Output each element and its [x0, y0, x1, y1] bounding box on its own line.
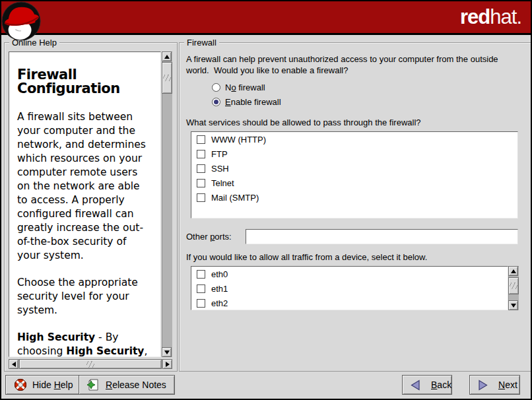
scroll-left-button[interactable] — [9, 359, 18, 369]
checkbox-icon[interactable] — [197, 135, 205, 144]
scroll-down-button[interactable] — [162, 347, 172, 357]
scroll-down-button[interactable] — [508, 300, 518, 310]
devices-area: eth0 eth1 eth2 — [191, 266, 519, 310]
hide-help-label: Hide Help — [32, 380, 73, 390]
down-arrow-icon — [511, 304, 516, 308]
radio-label: Enable firewall — [225, 97, 281, 107]
back-arrow-icon — [411, 380, 420, 391]
device-row[interactable]: eth1 — [191, 281, 508, 296]
online-help-frame: Online Help Firewall Configuration A fir… — [4, 42, 178, 372]
checkbox-icon[interactable] — [197, 299, 205, 308]
help-horizontal-scrollbar[interactable] — [9, 359, 172, 369]
up-arrow-icon — [164, 55, 170, 59]
device-label: eth0 — [211, 269, 228, 279]
help-bold-term: High Security — [66, 345, 144, 357]
help-vertical-scrollbar[interactable] — [162, 51, 172, 357]
help-paragraph: Choose the appropriate security level fo… — [17, 276, 152, 317]
next-arrow-icon — [478, 380, 488, 391]
firewall-frame-label: Firewall — [184, 38, 219, 48]
brand-bold: red — [460, 5, 490, 28]
other-ports-label: Other ports: — [186, 231, 232, 242]
redhat-shadowman-icon — [1, 1, 42, 42]
device-label: eth2 — [211, 298, 228, 308]
radio-no-firewall[interactable]: No firewall — [212, 81, 265, 94]
radio-enable-firewall[interactable]: Enable firewall — [212, 95, 281, 108]
right-arrow-icon — [166, 362, 170, 367]
service-label: FTP — [211, 149, 228, 159]
service-label: SSH — [211, 164, 229, 174]
device-hint-text: If you would like to allow all traffic f… — [186, 251, 427, 263]
services-question: What services should be allowed to pass … — [186, 117, 421, 128]
service-label: Mail (SMTP) — [211, 193, 259, 203]
other-ports-input[interactable] — [246, 229, 518, 244]
release-notes-button[interactable]: Release Notes — [79, 375, 175, 395]
redhat-logotype: redhat. — [460, 5, 521, 29]
help-paragraph: A firewall sits between your computer an… — [17, 110, 152, 263]
devices-list: eth0 eth1 eth2 — [191, 266, 508, 310]
service-row[interactable]: FTP — [191, 147, 517, 161]
service-row[interactable]: Telnet — [191, 176, 517, 190]
back-button[interactable]: Back — [402, 375, 452, 395]
scroll-right-button[interactable] — [162, 359, 172, 369]
release-notes-icon — [87, 378, 100, 391]
services-list: WWW (HTTP) FTP SSH Telnet — [191, 131, 518, 218]
device-row[interactable]: eth0 — [191, 267, 508, 281]
help-content: Firewall Configuration A firewall sits b… — [9, 52, 160, 357]
life-preserver-icon — [14, 378, 27, 391]
scroll-up-button[interactable] — [508, 266, 518, 276]
help-bold-term: High Security — [17, 331, 95, 343]
next-label: Next — [498, 380, 517, 390]
brand-light: hat — [490, 5, 516, 28]
scroll-up-button[interactable] — [162, 51, 172, 61]
device-row[interactable]: eth2 — [191, 296, 508, 310]
device-label: eth1 — [211, 284, 228, 294]
header-bar: redhat. — [1, 1, 531, 35]
scroll-thumb[interactable] — [508, 277, 519, 294]
service-row[interactable]: SSH — [191, 161, 517, 176]
scroll-thumb[interactable] — [19, 359, 162, 369]
release-notes-label: Release Notes — [106, 380, 166, 390]
checkbox-icon[interactable] — [197, 284, 205, 293]
up-arrow-icon — [511, 269, 516, 273]
help-paragraph: High Security - By choosing High Securit… — [17, 331, 152, 357]
radio-label: No firewall — [225, 83, 265, 92]
checkbox-icon[interactable] — [197, 270, 205, 279]
devices-scrollbar[interactable] — [508, 266, 519, 310]
left-arrow-icon — [12, 362, 16, 367]
service-row[interactable]: WWW (HTTP) — [191, 132, 517, 147]
firewall-frame: Firewall A firewall can help prevent una… — [179, 42, 532, 372]
help-viewport: Firewall Configuration A firewall sits b… — [9, 51, 161, 357]
scroll-thumb[interactable] — [162, 62, 172, 94]
service-row[interactable]: Mail (SMTP) — [191, 190, 517, 205]
checkbox-icon[interactable] — [197, 164, 205, 173]
back-label: Back — [431, 380, 451, 390]
next-button[interactable]: Next — [469, 375, 520, 395]
checkbox-icon[interactable] — [197, 193, 205, 202]
checkbox-icon[interactable] — [197, 179, 205, 187]
installer-window: redhat. Online Help Firewall Configurati… — [0, 0, 532, 400]
firewall-intro-text: A firewall can help prevent unauthorized… — [186, 53, 507, 76]
radio-icon[interactable] — [212, 98, 220, 106]
hide-help-button[interactable]: Hide Help — [5, 375, 82, 395]
radio-icon[interactable] — [212, 83, 220, 92]
brand-dot: . — [516, 5, 521, 28]
help-title: Firewall Configuration — [17, 68, 152, 96]
down-arrow-icon — [164, 350, 170, 354]
checkbox-icon[interactable] — [197, 150, 205, 158]
service-label: WWW (HTTP) — [211, 135, 266, 145]
service-label: Telnet — [211, 178, 234, 188]
